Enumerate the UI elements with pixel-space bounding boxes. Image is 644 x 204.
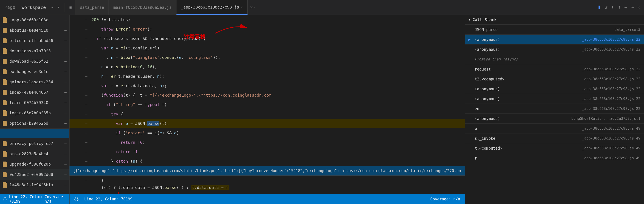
debug-continue-btn[interactable]: → — [624, 5, 627, 10]
tab-chevron-icon[interactable]: » — [50, 5, 54, 10]
sidebar-file-gainers[interactable]: gainers-losers-234 – — [0, 77, 69, 87]
cs-location: _app-38c663c108c27c98.js:22 — [582, 96, 640, 101]
panel-icon[interactable]: ⊞ — [68, 5, 74, 10]
debug-step-over-btn[interactable]: ↺ — [605, 5, 608, 10]
line-code: } — [90, 178, 464, 183]
cs-location: _app-38c663c108c27c98.js:49 — [582, 156, 640, 160]
callstack-item-request[interactable]: request _app-38c663c108c27c98.js:22 — [465, 64, 644, 74]
sidebar-file-0c428ae2[interactable]: 0c428ae2-0f0092dd8 – — [0, 169, 69, 180]
code-line: – } — [70, 176, 464, 185]
code-line: – , n = btoa("coinglass".concat(e, "coin… — [70, 53, 464, 62]
file-icon — [3, 121, 7, 126]
file-tab-main[interactable]: main-f0c5b7b83a96a5ea.js — [109, 0, 176, 15]
status-brackets: {} — [3, 197, 7, 201]
sidebar-file-learn[interactable]: learn-6074b79340 – — [0, 97, 69, 108]
line-code: return !0; — [90, 140, 464, 145]
debug-pause-btn[interactable]: ⏸ — [596, 5, 601, 10]
cs-location: data_parse:3 — [614, 27, 640, 32]
cs-name: request — [475, 67, 582, 71]
callstack-item-u[interactable]: u _app-38c663c108c27c98.js:49 — [465, 124, 644, 134]
line-code: var r = er(t.data.data, n); — [90, 83, 464, 88]
line-dash: – — [83, 36, 90, 41]
cs-name: t2.<computed> — [475, 77, 582, 81]
cs-name: (anonymous) — [475, 96, 582, 101]
cs-location: _app-38c663c108c27c98.js:22 — [582, 87, 640, 91]
line-code: if ("string" == typeof t) — [90, 102, 464, 107]
line-code: return !1 — [90, 149, 464, 154]
file-dash: – — [64, 111, 66, 115]
sidebar-file-download[interactable]: download-0635f52 – — [0, 56, 69, 66]
sidebar-file-pro[interactable]: pro-e2823d5a4bc4 – — [0, 149, 69, 159]
tab-page[interactable]: Page — [2, 0, 18, 15]
callstack-item-tcomputed[interactable]: t.<computed> _app-38c663c108c27c98.js:49 — [465, 143, 644, 153]
sidebar-file-donations[interactable]: donations-a7a70f3 – — [0, 46, 69, 56]
callstack-item-anon2[interactable]: (anonymous) _app-38c663c108c27c98.js:22 — [465, 45, 644, 54]
line-dash: – — [83, 150, 90, 154]
debug-deactivate-btn[interactable]: ↷ — [631, 5, 634, 10]
callstack-item-t2computed[interactable]: t2.<computed> _app-38c663c108c27c98.js:2… — [465, 74, 644, 84]
callstack-item-anon-active[interactable]: ▶ (anonymous) _app-38c663c108c27c98.js:2… — [465, 35, 644, 45]
file-tab-close-icon[interactable]: ✕ — [241, 6, 243, 9]
line-code: )(r) ? t.data.data = JSON.parse(r) : t.d… — [90, 185, 464, 194]
sidebar-file-exchanges[interactable]: exchanges-ec3d1c – — [0, 66, 69, 77]
sidebar-file-options[interactable]: options-b29452bd – — [0, 118, 69, 129]
sidebar: _app-38c663c108c – aboutus-8e8e4510 – bi… — [0, 15, 70, 204]
line-code: throw Error("error"); — [90, 27, 464, 32]
debug-close-btn[interactable]: ✕ — [638, 5, 640, 10]
sidebar-file-1a48c3c1[interactable]: 1a48c3c1-1e94f8bfa – — [0, 180, 69, 190]
callstack-item-eo[interactable]: eo _app-38c663c108c27c98.js:22 — [465, 104, 644, 114]
callstack-item-sinvoke[interactable]: s._invoke _app-38c663c108c27c98.js:49 — [465, 134, 644, 143]
line-dash: – — [83, 178, 90, 183]
callstack-item-promise[interactable]: Promise.then (async) — [465, 54, 644, 64]
code-line: – if (t.headers.user && t.headers.encryp… — [70, 34, 464, 43]
file-dash: – — [64, 49, 66, 53]
file-dash: – — [64, 69, 66, 74]
line-code: (function(t) { t = "[{\"exchangeLogo\":\… — [90, 93, 464, 97]
debug-step-out-btn[interactable]: ⬆ — [618, 5, 621, 10]
file-icon — [3, 151, 7, 157]
cs-location: _app-38c663c108c27c98.js:49 — [582, 146, 640, 150]
cs-location: _app-38c663c108c27c98.js:22 — [582, 67, 640, 71]
file-name: upgrade-f390f620b — [10, 162, 51, 166]
line-dash: – — [83, 103, 90, 107]
editor-area: – 200 != t.status) – throw Error("error"… — [70, 15, 464, 204]
file-name: gainers-losers-234 — [10, 79, 53, 84]
debug-step-into-btn[interactable]: ⬇ — [611, 5, 614, 10]
line-code: 200 != t.status) — [90, 17, 464, 22]
sidebar-file-login[interactable]: login-85e7b0af85b – — [0, 108, 69, 118]
cs-name: u — [475, 126, 582, 131]
cs-name: JSON.parse — [475, 27, 614, 32]
sidebar-file-bitcoin[interactable]: bitcoin-etf-abad56 – — [0, 36, 69, 46]
line-dash: – — [83, 65, 90, 69]
code-line: – n = er(t.headers.user, n); — [70, 71, 464, 81]
tab-workspace[interactable]: Workspace — [19, 0, 48, 15]
sidebar-file-upgrade[interactable]: upgrade-f390f620b – — [0, 159, 69, 169]
callstack-item-jsonparse[interactable]: JSON.parse data_parse:3 — [465, 25, 644, 35]
tab-more-icon[interactable]: >> — [248, 5, 257, 10]
line-dash: – — [83, 159, 90, 163]
callstack-item-anon3[interactable]: (anonymous) _app-38c663c108c27c98.js:22 — [465, 84, 644, 94]
sidebar-file-privacy[interactable]: privacy-policy-c57 – — [0, 138, 69, 149]
line-code: if ("object" == i(e) && e) — [90, 131, 464, 135]
callstack-item-anon-long[interactable]: (anonymous) LongShortRatio-...aec2a3757.… — [465, 114, 644, 124]
sidebar-file-app[interactable]: _app-38c663c108c – — [0, 15, 69, 25]
code-content-bottom[interactable]: – } – )(r) ? t.data.data = JSON.parse(r)… — [70, 176, 464, 194]
line-dash: – — [83, 18, 90, 22]
code-line: – 200 != t.status) — [70, 15, 464, 24]
file-tab-app-active[interactable]: _app-38c663c108c27c98.js ✕ — [176, 0, 248, 15]
file-dash: – — [64, 152, 66, 156]
callstack-item-r[interactable]: r _app-38c663c108c27c98.js:49 — [465, 153, 644, 163]
code-content-top[interactable]: – 200 != t.status) – throw Error("error"… — [70, 15, 464, 166]
panel-collapse-icon[interactable]: ▾ — [468, 18, 471, 22]
callstack-item-anon4[interactable]: (anonymous) _app-38c663c108c27c98.js:22 — [465, 94, 644, 104]
file-dash: – — [64, 100, 66, 105]
file-tab-data-parse[interactable]: data_parse — [75, 0, 109, 15]
main-area: _app-38c663c108c – aboutus-8e8e4510 – bi… — [0, 15, 644, 204]
sidebar-file-aboutus[interactable]: aboutus-8e8e4510 – — [0, 25, 69, 36]
tab-menu-icon[interactable]: ⋮ — [55, 5, 62, 10]
file-dash: – — [64, 121, 66, 125]
status-coverage: Coverage: n/a — [44, 194, 66, 203]
line-dash: – — [83, 83, 90, 88]
sidebar-file-index[interactable]: index-478e464067 – — [0, 87, 69, 97]
file-dash: – — [64, 59, 66, 63]
